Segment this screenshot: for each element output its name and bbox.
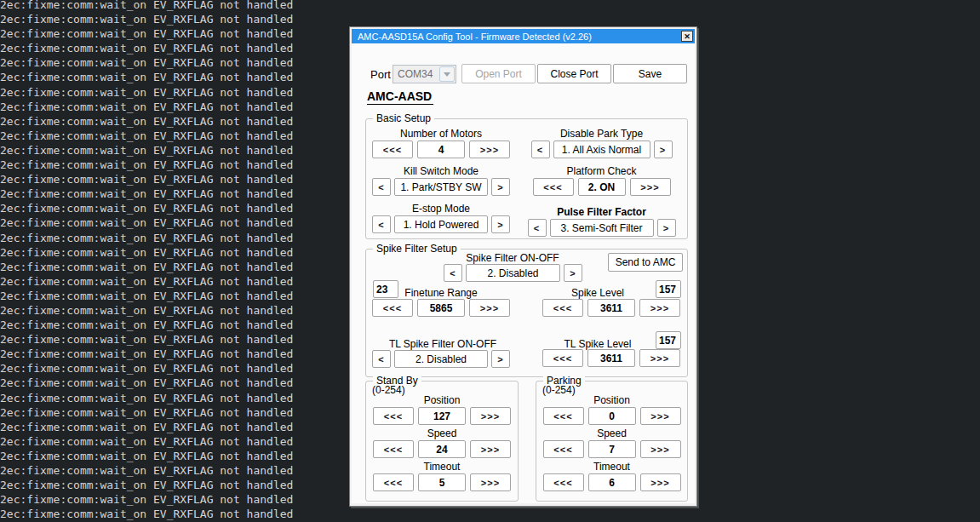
spike-level-mini-field[interactable]: 157 (656, 280, 681, 298)
value-field[interactable]: 2. Disabled (466, 264, 560, 282)
decrement-button[interactable]: <<< (533, 178, 574, 196)
decrement-button[interactable]: <<< (373, 407, 414, 425)
spike-filter-group: Spike Filter Setup Spike Filter ON-OFF <… (365, 249, 688, 377)
increment-button[interactable]: > (491, 350, 510, 368)
basic-setup-group: Basic Setup Number of Motors <<< 4 >>> D… (365, 118, 688, 239)
stepper-label: Position (593, 394, 630, 406)
increment-button[interactable]: > (657, 219, 676, 237)
stepper-spike-filter-onoff: < 2. Disabled > (444, 264, 582, 282)
value-field[interactable]: 2. ON (578, 178, 626, 196)
stepper-platform-check: Platform Check <<< 2. ON >>> (533, 165, 671, 196)
stepper-label: Speed (427, 427, 457, 439)
stepper-number-of-motors: Number of Motors <<< 4 >>> (372, 128, 510, 158)
value-field[interactable]: 5865 (417, 299, 465, 317)
chevron-down-icon (439, 66, 455, 82)
stepper-kill-switch-mode: Kill Switch Mode < 1. Park/STBY SW > (372, 165, 510, 196)
stepper-label: Spike Level (542, 287, 653, 299)
standby-range-label: (0-254) (372, 384, 405, 396)
stepper-pulse-filter-factor: Pulse Filter Factor < 3. Semi-Soft Filte… (528, 206, 676, 237)
value-field[interactable]: 4 (417, 141, 465, 158)
decrement-button[interactable]: <<< (372, 299, 413, 317)
open-port-button[interactable]: Open Port (461, 64, 536, 83)
stepper-label: Timeout (593, 461, 630, 473)
dialog-title: AMC-AASD15A Config Tool - Firmware Detec… (358, 32, 681, 42)
parking-range-label: (0-254) (542, 384, 576, 396)
increment-button[interactable]: >>> (639, 349, 680, 367)
port-combobox[interactable]: COM34 (393, 65, 456, 83)
increment-button[interactable]: >>> (469, 141, 510, 158)
decrement-button[interactable]: <<< (372, 141, 413, 158)
value-field[interactable]: 7 (588, 440, 636, 458)
increment-button[interactable]: > (654, 141, 673, 158)
parking-group: Parking (0-254) Position <<< 0 >>> Speed… (536, 381, 688, 502)
value-field[interactable]: 1. All Axis Normal (553, 141, 650, 158)
increment-button[interactable]: >>> (470, 440, 511, 458)
stepper-label: E-stop Mode (412, 203, 470, 215)
stepper-tl-spike-filter-onoff: < 2. Disabled > (372, 350, 510, 368)
stepper-label: Timeout (424, 461, 461, 473)
increment-button[interactable]: >>> (469, 299, 510, 317)
stepper-parking-position: Position <<< 0 >>> (543, 394, 681, 425)
increment-button[interactable]: > (491, 215, 510, 233)
value-field[interactable]: 3611 (587, 349, 635, 367)
decrement-button[interactable]: <<< (542, 349, 583, 367)
decrement-button[interactable]: < (372, 178, 391, 196)
tl-spike-level-mini-field[interactable]: 157 (656, 331, 681, 349)
value-field[interactable]: 6 (588, 473, 636, 491)
increment-button[interactable]: >>> (470, 473, 511, 491)
basic-setup-legend: Basic Setup (373, 112, 434, 124)
value-field[interactable]: 3611 (587, 299, 635, 317)
decrement-button[interactable]: < (531, 141, 550, 158)
increment-button[interactable]: >>> (630, 178, 671, 196)
increment-button[interactable]: >>> (640, 407, 681, 425)
value-field[interactable]: 0 (588, 407, 636, 425)
increment-button[interactable]: >>> (470, 407, 511, 425)
save-button[interactable]: Save (613, 64, 687, 83)
stepper-label: Pulse Filter Factor (557, 206, 646, 218)
standby-group: Stand By (0-254) Position <<< 127 >>> Sp… (365, 381, 519, 502)
value-field[interactable]: 1. Park/STBY SW (394, 178, 488, 196)
decrement-button[interactable]: < (372, 350, 391, 368)
close-button[interactable]: ✕ (681, 31, 693, 42)
port-label: Port (370, 68, 391, 81)
value-field[interactable]: 127 (418, 407, 466, 425)
increment-button[interactable]: >>> (640, 440, 681, 458)
value-field[interactable]: 2. Disabled (394, 350, 488, 368)
decrement-button[interactable]: <<< (543, 407, 584, 425)
increment-button[interactable]: >>> (640, 473, 681, 491)
decrement-button[interactable]: < (444, 264, 462, 282)
decrement-button[interactable]: <<< (543, 440, 584, 458)
increment-button[interactable]: >>> (639, 299, 680, 317)
value-field[interactable]: 1. Hold Powered (394, 215, 488, 233)
value-field[interactable]: 24 (418, 440, 466, 458)
value-field[interactable]: 5 (418, 473, 466, 491)
stepper-label: Spike Filter ON-OFF (438, 252, 587, 264)
decrement-button[interactable]: <<< (542, 299, 583, 317)
increment-button[interactable]: > (564, 264, 582, 282)
decrement-button[interactable]: < (372, 215, 391, 233)
close-port-button[interactable]: Close Port (537, 64, 611, 83)
value-field[interactable]: 3. Semi-Soft Filter (550, 219, 654, 237)
stepper-label: Speed (597, 427, 627, 439)
stepper-parking-timeout: Timeout <<< 6 >>> (543, 461, 681, 491)
terminal-output: 2ec:fixme:comm:wait_on EV_RXFLAG not han… (0, 0, 293, 522)
stepper-label: Kill Switch Mode (404, 165, 479, 177)
port-combobox-value: COM34 (398, 68, 433, 80)
send-to-amc-button[interactable]: Send to AMC (608, 253, 683, 272)
stepper-disable-park-type: Disable Park Type < 1. All Axis Normal > (531, 128, 673, 158)
dialog-titlebar[interactable]: AMC-AASD15A Config Tool - Firmware Detec… (352, 29, 695, 43)
config-dialog: AMC-AASD15A Config Tool - Firmware Detec… (349, 26, 697, 507)
close-icon: ✕ (684, 32, 691, 41)
stepper-standby-speed: Speed <<< 24 >>> (373, 427, 511, 458)
decrement-button[interactable]: <<< (543, 473, 584, 491)
stepper-label: Number of Motors (400, 128, 482, 140)
stepper-standby-timeout: Timeout <<< 5 >>> (373, 461, 511, 491)
decrement-button[interactable]: <<< (373, 440, 414, 458)
stepper-label: Platform Check (566, 165, 636, 177)
decrement-button[interactable]: <<< (373, 473, 414, 491)
page-title: AMC-AASD (367, 89, 433, 105)
stepper-label: TL Spike Filter ON-OFF (372, 338, 513, 350)
increment-button[interactable]: > (491, 178, 510, 196)
decrement-button[interactable]: < (528, 219, 547, 237)
stepper-estop-mode: E-stop Mode < 1. Hold Powered > (372, 203, 510, 233)
